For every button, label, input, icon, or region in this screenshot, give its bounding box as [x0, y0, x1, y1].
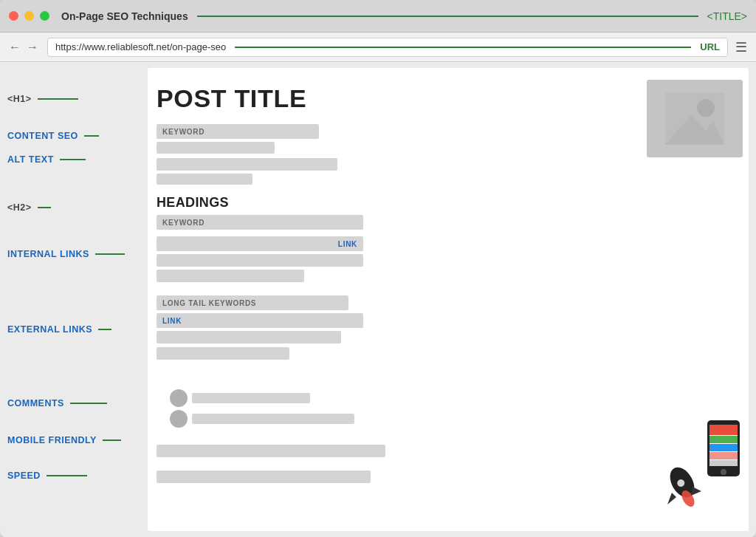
keyword-bar-1: KEYWORD [157, 124, 319, 139]
post-title-area: POST TITLE [157, 84, 645, 113]
h1-connector [38, 98, 78, 100]
svg-point-1 [697, 99, 715, 117]
window-controls [9, 11, 49, 21]
svg-point-10 [721, 469, 726, 475]
internal-bar-3 [157, 270, 304, 282]
minimize-button[interactable] [24, 11, 34, 21]
internal-links-connector [95, 253, 125, 256]
comments-label: COMMENTS [7, 398, 64, 408]
content-seo-label: CONTENT SEO [7, 131, 78, 141]
internal-links-label-row: INTERNAL LINKS [7, 245, 144, 263]
speed-connector [47, 475, 87, 477]
external-links-label: EXTERNAL LINKS [7, 324, 92, 335]
comment-bar-2 [192, 414, 354, 424]
title-bar: On-Page SEO Techniques <TITLE> [0, 0, 756, 33]
title-content: On-Page SEO Techniques <TITLE> [61, 10, 747, 22]
alt-text-connector [60, 159, 86, 161]
internal-links-bar: LINK [157, 236, 363, 251]
link-label-2: LINK [162, 317, 182, 325]
url-label: URL [700, 41, 720, 52]
browser-window: On-Page SEO Techniques <TITLE> ← → https… [0, 0, 756, 537]
svg-rect-6 [709, 436, 738, 443]
long-tail-label: LONG TAIL KEYWORDS [162, 299, 256, 307]
comments-connector [70, 403, 107, 405]
external-links-label-row: EXTERNAL LINKS [7, 321, 144, 338]
svg-marker-14 [667, 493, 676, 504]
alt-text-bar-2 [157, 174, 252, 185]
mobile-phone-icon [706, 420, 741, 479]
speed-label-row: SPEED [7, 467, 144, 485]
comment-avatar-2 [170, 410, 188, 428]
back-icon[interactable]: ← [9, 41, 21, 54]
svg-rect-5 [709, 425, 738, 435]
forward-icon[interactable]: → [27, 41, 38, 54]
keyword-bar-2: KEYWORD [157, 215, 363, 230]
main-area: <H1> CONTENT SEO ALT TEXT <H2> INTERNAL … [0, 62, 756, 537]
url-line-decoration [235, 47, 691, 48]
close-button[interactable] [9, 11, 18, 21]
svg-rect-9 [709, 460, 738, 466]
external-links-connector [98, 329, 111, 331]
page-title: On-Page SEO Techniques [61, 10, 188, 22]
keyword-label-1: KEYWORD [162, 128, 205, 136]
internal-bar-2 [157, 254, 363, 267]
nav-arrows: ← → [9, 41, 38, 54]
address-bar: ← → https://www.reliablesoft.net/on-page… [0, 33, 756, 62]
menu-icon[interactable]: ☰ [735, 39, 747, 55]
svg-rect-8 [709, 452, 738, 459]
svg-marker-15 [691, 487, 701, 496]
external-bar-3 [157, 347, 289, 360]
h1-tag: <H1> [7, 94, 32, 104]
external-bar-2 [157, 331, 341, 343]
speed-bar [157, 471, 371, 483]
h2-heading-area: HEADINGS [157, 195, 229, 211]
mobile-friendly-connector [103, 439, 121, 442]
svg-rect-7 [709, 444, 738, 451]
image-placeholder [647, 80, 743, 157]
maximize-button[interactable] [40, 11, 49, 21]
speed-label: SPEED [7, 471, 41, 481]
mobile-friendly-label: MOBILE FRIENDLY [7, 435, 97, 445]
keyword-label-2: KEYWORD [162, 219, 205, 227]
post-title: POST TITLE [157, 84, 306, 113]
mobile-friendly-label-row: MOBILE FRIENDLY [7, 431, 144, 449]
content-seo-label-row: CONTENT SEO [7, 127, 144, 145]
headings-text: HEADINGS [157, 195, 229, 211]
h2-tag: <H2> [7, 202, 32, 213]
h1-label-row: <H1> [7, 90, 144, 108]
comments-label-row: COMMENTS [7, 394, 144, 412]
page-card: POST TITLE KEYWORD HEADINGS [148, 68, 749, 531]
url-text: https://www.reliablesoft.net/on-page-seo [55, 41, 226, 52]
alt-text-label: ALT TEXT [7, 154, 54, 165]
url-container[interactable]: https://www.reliablesoft.net/on-page-seo… [47, 38, 728, 57]
content-bar-1 [157, 142, 275, 154]
internal-links-label: INTERNAL LINKS [7, 249, 89, 259]
comment-avatar-1 [170, 389, 188, 407]
comment-bar-1 [192, 393, 310, 403]
link-label-1: LINK [338, 240, 357, 248]
h2-label-row: <H2> [7, 199, 144, 216]
alt-text-label-row: ALT TEXT [7, 151, 144, 168]
external-links-bar: LINK [157, 313, 363, 328]
long-tail-bar: LONG TAIL KEYWORDS [157, 295, 348, 310]
mobile-bar [157, 445, 385, 457]
title-line-decoration [197, 16, 698, 17]
rocket-icon [660, 462, 704, 516]
content-seo-connector [84, 135, 99, 137]
h2-connector [38, 207, 51, 209]
title-tag-label: <TITLE> [707, 10, 747, 22]
alt-text-bar-1 [157, 158, 337, 171]
